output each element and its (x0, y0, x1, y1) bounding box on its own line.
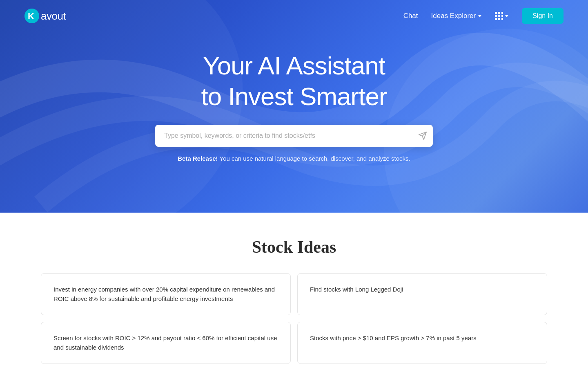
hero-title-line2: to Invest Smarter (155, 81, 433, 112)
svg-text:K: K (28, 11, 34, 21)
ideas-explorer-chevron-icon (478, 15, 482, 17)
nav: Chat Ideas Explorer Sign In (403, 8, 564, 24)
search-submit-button[interactable] (418, 131, 427, 140)
apps-chevron-icon (505, 15, 509, 17)
nav-chat[interactable]: Chat (403, 12, 418, 20)
grid-icon (495, 12, 503, 20)
hero-section: Your AI Assistant to Invest Smarter Beta… (0, 0, 588, 213)
ideas-grid: Invest in energy companies with over 20%… (41, 273, 547, 364)
idea-card-3[interactable]: Screen for stocks with ROIC > 12% and pa… (41, 322, 291, 364)
hero-title-line1: Your AI Assistant (155, 51, 433, 81)
hero-title: Your AI Assistant to Invest Smarter (155, 51, 433, 112)
idea-card-4[interactable]: Stocks with price > $10 and EPS growth >… (297, 322, 547, 364)
logo-text: avout (41, 10, 66, 22)
send-icon (418, 131, 427, 140)
logo[interactable]: K avout (24, 9, 66, 23)
stock-ideas-title: Stock Ideas (41, 237, 547, 257)
search-input[interactable] (155, 125, 433, 147)
nav-ideas-explorer[interactable]: Ideas Explorer (431, 12, 482, 20)
beta-bold: Beta Release! (178, 155, 218, 162)
search-container (155, 125, 433, 147)
beta-description: You can use natural language to search, … (218, 155, 410, 162)
hero-content: Your AI Assistant to Invest Smarter Beta… (147, 51, 441, 162)
beta-release-text: Beta Release! You can use natural langua… (155, 155, 433, 162)
idea-card-2[interactable]: Find stocks with Long Legged Doji (297, 273, 547, 315)
stock-ideas-section: Stock Ideas Invest in energy companies w… (0, 213, 588, 368)
apps-menu[interactable] (495, 12, 509, 20)
header: K avout Chat Ideas Explorer Sign In (0, 0, 588, 32)
sign-in-button[interactable]: Sign In (522, 8, 564, 24)
logo-icon: K (24, 9, 39, 23)
idea-card-1[interactable]: Invest in energy companies with over 20%… (41, 273, 291, 315)
